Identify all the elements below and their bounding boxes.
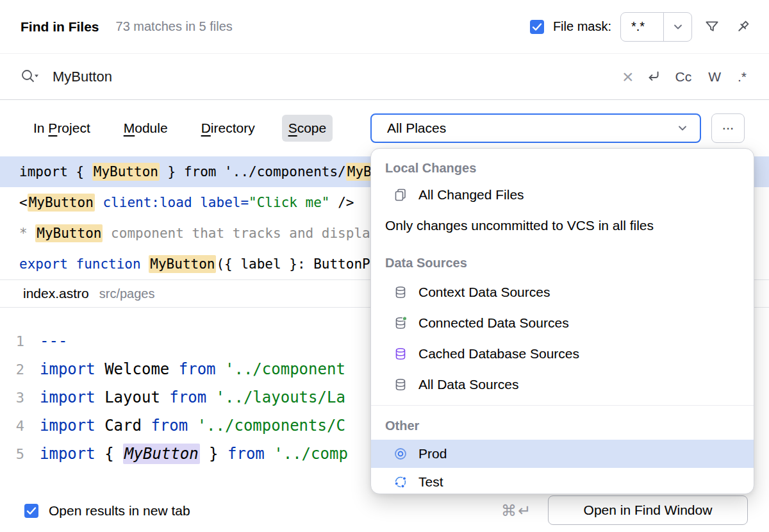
more-options-button[interactable]: ... xyxy=(711,113,745,143)
open-results-new-tab-checkbox[interactable] xyxy=(24,504,38,518)
popup-item-label: All Changed Files xyxy=(418,187,524,203)
clear-search-icon[interactable]: × xyxy=(618,67,638,87)
popup-item-context-data-sources[interactable]: Context Data Sources xyxy=(371,277,754,308)
code-text: import Welcome from '../component xyxy=(24,360,345,378)
section-header-local-changes: Local Changes xyxy=(371,156,754,179)
scope-tab-in-project[interactable]: In Project xyxy=(27,115,97,142)
prod-scope-icon xyxy=(393,446,408,461)
newline-icon[interactable] xyxy=(642,66,664,88)
chevron-down-icon[interactable] xyxy=(663,13,691,41)
line-number: 2 xyxy=(0,362,24,378)
code-text: import Layout from '../layouts/La xyxy=(24,388,345,406)
find-in-files-dialog: Find in Files 73 matches in 5 files File… xyxy=(0,0,769,532)
scope-selector-value: All Places xyxy=(387,121,446,136)
scope-tab-directory[interactable]: Directory xyxy=(195,115,261,142)
test-scope-icon xyxy=(393,474,408,490)
tab-mnemonic: P xyxy=(48,121,57,135)
line-number: 3 xyxy=(0,390,24,406)
changed-files-icon xyxy=(393,187,408,203)
tab-mnemonic: S xyxy=(288,121,297,135)
line-number: 5 xyxy=(0,446,24,462)
checkmark-icon xyxy=(532,22,542,31)
popup-item-label: Test xyxy=(418,474,443,490)
match-case-toggle[interactable]: Cc xyxy=(669,67,697,87)
line-number: 4 xyxy=(0,418,24,434)
search-options: × Cc W .* xyxy=(618,66,752,88)
dialog-header: Find in Files 73 matches in 5 files File… xyxy=(0,0,769,54)
tab-text: odule xyxy=(135,121,167,135)
local-changes-description: Only changes uncommitted to VCS in all f… xyxy=(371,210,754,241)
shortcut-hint: ⌘↵ xyxy=(501,490,532,532)
scope-tab-module[interactable]: Module xyxy=(117,115,174,142)
section-header-other: Other xyxy=(371,411,754,440)
line-number: 1 xyxy=(0,333,24,349)
open-in-find-window-button[interactable]: Open in Find Window xyxy=(548,495,748,525)
popup-item-all-data-sources[interactable]: All Data Sources xyxy=(371,369,754,400)
popup-item-all-changed-files[interactable]: All Changed Files xyxy=(371,179,754,210)
tab-text: cope xyxy=(297,121,327,135)
match-summary: 73 matches in 5 files xyxy=(116,19,233,34)
file-mask-label: File mask: xyxy=(553,19,611,34)
pin-icon[interactable] xyxy=(732,16,754,38)
database-icon xyxy=(393,285,408,300)
tab-text: In xyxy=(33,121,48,135)
tab-text: roject xyxy=(57,121,90,135)
database-connected-icon xyxy=(393,315,408,331)
section-header-data-sources: Data Sources xyxy=(371,249,754,277)
popup-item-label: Prod xyxy=(418,446,447,461)
popup-item-label: Context Data Sources xyxy=(418,285,550,300)
scope-selector-combo[interactable]: All Places xyxy=(370,113,701,143)
file-mask-combo[interactable]: *.* xyxy=(620,12,692,42)
popup-item-test[interactable]: Test xyxy=(371,468,754,494)
popup-item-label: Connected Data Sources xyxy=(418,315,569,331)
database-icon xyxy=(393,377,408,392)
popup-item-label: All Data Sources xyxy=(418,377,518,392)
tab-mnemonic: D xyxy=(201,121,211,135)
header-controls: File mask: *.* xyxy=(530,12,754,42)
popup-item-cached-database-sources[interactable]: Cached Database Sources xyxy=(371,338,754,369)
search-icon[interactable] xyxy=(19,68,40,86)
filter-icon[interactable] xyxy=(701,16,723,38)
file-mask-value: *.* xyxy=(621,19,663,34)
code-text: --- xyxy=(24,332,67,350)
file-name: index.astro xyxy=(23,286,89,301)
divider xyxy=(371,405,754,406)
regex-toggle[interactable]: .* xyxy=(732,67,752,87)
popup-item-connected-data-sources[interactable]: Connected Data Sources xyxy=(371,308,754,338)
database-cached-icon xyxy=(393,346,408,362)
dialog-footer: Open results in new tab ⌘↵ Open in Find … xyxy=(0,490,769,532)
dialog-title: Find in Files xyxy=(21,19,99,35)
checkmark-icon xyxy=(26,506,37,515)
search-row: × Cc W .* xyxy=(0,54,769,100)
file-path: src/pages xyxy=(99,287,155,301)
code-text: import { MyButton } from '../comp xyxy=(24,445,348,463)
whole-words-toggle[interactable]: W xyxy=(702,67,727,87)
scope-dropdown-popup: Local Changes All Changed Files Only cha… xyxy=(370,148,754,494)
popup-item-label: Cached Database Sources xyxy=(418,346,579,362)
file-mask-checkbox[interactable] xyxy=(530,20,544,34)
scope-tab-scope[interactable]: Scope xyxy=(282,115,333,142)
code-text: import Card from '../components/C xyxy=(24,417,345,435)
tab-mnemonic: M xyxy=(124,121,135,135)
popup-item-prod[interactable]: Prod xyxy=(371,440,754,468)
chevron-down-icon xyxy=(675,121,690,135)
search-input[interactable] xyxy=(53,69,309,85)
tab-text: irectory xyxy=(211,121,255,135)
open-results-new-tab-label: Open results in new tab xyxy=(49,503,190,519)
